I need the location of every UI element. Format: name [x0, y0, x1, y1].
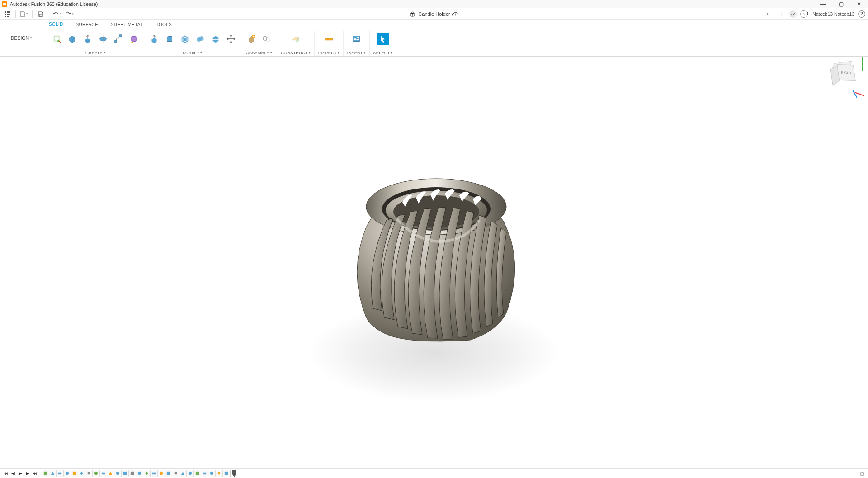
timeline-feature[interactable] [216, 470, 223, 477]
select-group-label[interactable]: SELECT [373, 50, 393, 56]
timeline-feature[interactable] [172, 470, 179, 477]
press-pull-icon[interactable] [148, 33, 160, 45]
create-group-label[interactable]: CREATE [85, 50, 105, 56]
timeline-playhead[interactable] [232, 469, 236, 478]
select-icon[interactable] [377, 33, 389, 45]
insert-image-icon[interactable] [350, 33, 363, 45]
svg-rect-25 [73, 472, 76, 475]
timeline-feature[interactable] [151, 470, 158, 477]
timeline-feature[interactable] [223, 470, 230, 477]
svg-rect-35 [167, 472, 170, 475]
timeline-feature[interactable] [85, 470, 93, 477]
tab-sheet-metal[interactable]: SHEET METAL [111, 21, 143, 28]
fillet-icon[interactable] [163, 33, 176, 45]
timeline-feature[interactable] [143, 470, 151, 477]
timeline-feature[interactable] [78, 470, 85, 477]
svg-point-40 [210, 472, 213, 475]
svg-point-24 [66, 472, 69, 475]
timeline-feature[interactable] [136, 470, 143, 477]
split-icon[interactable] [209, 33, 222, 45]
svg-rect-30 [123, 472, 127, 475]
help-button[interactable]: ? [858, 10, 865, 18]
timeline-end-button[interactable]: ⏭ [32, 470, 38, 477]
timeline-feature[interactable] [71, 470, 78, 477]
timeline-feature[interactable] [187, 470, 194, 477]
timeline-feature[interactable] [93, 470, 100, 477]
sketch-icon[interactable] [51, 33, 63, 45]
svg-point-27 [94, 472, 98, 475]
new-tab-button[interactable]: + [776, 10, 785, 18]
save-button[interactable] [36, 9, 45, 19]
timeline-prev-button[interactable]: ◀ [10, 470, 16, 477]
timeline-feature[interactable] [208, 470, 216, 477]
sweep-icon[interactable] [112, 33, 125, 45]
timeline-settings-icon[interactable] [859, 471, 865, 477]
viewport-canvas[interactable]: RIGHT [0, 57, 868, 468]
svg-point-10 [57, 40, 59, 42]
notifications-button[interactable]: 1 [800, 10, 809, 18]
svg-rect-38 [196, 472, 199, 475]
viewcube-right-label: RIGHT [841, 71, 852, 75]
viewcube-right-face[interactable]: RIGHT [837, 64, 856, 81]
timeline-feature[interactable] [122, 470, 129, 477]
ribbon-group-select: SELECT [370, 31, 396, 56]
timeline-bar: ⏮ ◀ ▶ ▶ ⏭ [0, 468, 868, 478]
svg-rect-16 [353, 36, 360, 42]
maximize-button[interactable]: ▢ [834, 1, 848, 7]
tab-tools[interactable]: TOOLS [156, 21, 172, 28]
file-menu-button[interactable] [19, 9, 28, 19]
timeline-feature[interactable] [201, 470, 208, 477]
close-tab-button[interactable]: × [764, 10, 773, 18]
svg-rect-41 [225, 472, 228, 475]
quick-access-toolbar: Candle Holder v7* × + 1 Natecb13 Natecb1… [0, 8, 868, 20]
workspace-switcher[interactable]: DESIGN [7, 33, 36, 43]
timeline-play-button[interactable]: ▶ [17, 470, 24, 477]
insert-group-label[interactable]: INSERT [347, 50, 366, 56]
undo-button[interactable] [53, 9, 62, 19]
minimize-button[interactable]: — [816, 1, 830, 7]
timeline-feature[interactable] [100, 470, 107, 477]
modify-group-label[interactable]: MODIFY [183, 50, 203, 56]
job-status-icon[interactable] [789, 10, 797, 18]
ribbon-group-construct: CONSTRUCT [277, 31, 315, 56]
user-name-label[interactable]: Natecb13 Natecb13 [812, 11, 854, 17]
timeline-next-button[interactable]: ▶ [24, 470, 31, 477]
shell-icon[interactable] [179, 33, 191, 45]
timeline-feature[interactable] [107, 470, 114, 477]
timeline-feature[interactable] [64, 470, 71, 477]
redo-button[interactable] [65, 9, 74, 19]
timeline-feature[interactable] [114, 470, 122, 477]
viewcube[interactable]: RIGHT [832, 60, 863, 101]
construct-group-label[interactable]: CONSTRUCT [281, 50, 311, 56]
measure-icon[interactable] [322, 33, 335, 45]
box-icon[interactable] [66, 33, 79, 45]
timeline-feature[interactable] [42, 470, 49, 477]
joint-icon[interactable] [260, 33, 273, 45]
document-tab[interactable]: Candle Holder v7* [409, 11, 458, 17]
timeline-feature[interactable] [129, 470, 136, 477]
svg-rect-36 [175, 472, 177, 475]
extrude-icon[interactable] [81, 33, 94, 45]
timeline-start-button[interactable]: ⏮ [3, 470, 9, 477]
timeline-feature[interactable] [158, 470, 165, 477]
timeline-feature[interactable] [49, 470, 57, 477]
timeline-feature[interactable] [179, 470, 187, 477]
timeline-feature[interactable] [165, 470, 172, 477]
assemble-group-label[interactable]: ASSEMBLE [246, 50, 272, 56]
tab-solid[interactable]: SOLID [49, 21, 63, 28]
plane-icon[interactable] [289, 33, 302, 45]
timeline-feature[interactable] [57, 470, 64, 477]
close-window-button[interactable]: ✕ [852, 1, 866, 7]
move-icon[interactable] [225, 33, 237, 45]
revolve-icon[interactable] [97, 33, 109, 45]
timeline-feature[interactable] [194, 470, 201, 477]
data-panel-button[interactable] [3, 9, 12, 19]
new-component-icon[interactable] [245, 33, 258, 45]
tab-surface[interactable]: SURFACE [76, 21, 98, 28]
svg-rect-12 [115, 41, 117, 43]
ribbon-content: SOLID SURFACE SHEET METAL TOOLS [43, 20, 868, 56]
form-icon[interactable] [127, 33, 140, 45]
combine-icon[interactable] [194, 33, 207, 45]
timeline-strip[interactable] [42, 470, 231, 477]
inspect-group-label[interactable]: INSPECT [318, 50, 340, 56]
